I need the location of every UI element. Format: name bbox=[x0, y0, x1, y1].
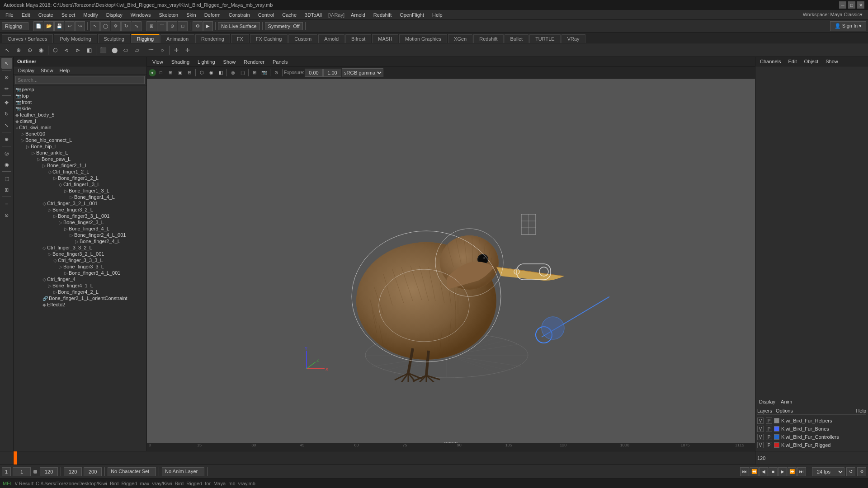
tab-bifrost[interactable]: Bifrost bbox=[345, 34, 371, 43]
sign-in-button[interactable]: 👤 Sign In ▾ bbox=[830, 21, 866, 31]
poly-cylinder-btn[interactable]: ⬭ bbox=[120, 45, 131, 56]
play-forward-button[interactable]: ▶ bbox=[778, 467, 787, 476]
menu-arnold[interactable]: Arnold bbox=[347, 11, 369, 19]
tree-item[interactable]: ◆feather_body_5 bbox=[14, 112, 146, 118]
playback-settings-button[interactable]: ⚙ bbox=[857, 467, 866, 476]
timeline-track[interactable] bbox=[14, 451, 755, 465]
tab-custom[interactable]: Custom bbox=[288, 34, 317, 43]
tree-item[interactable]: ▷Bone_finger3_3_L_001 bbox=[14, 213, 146, 219]
tree-item[interactable]: ▷Bone_hip_l bbox=[14, 143, 146, 150]
vp-view3-btn[interactable]: ▣ bbox=[175, 68, 184, 77]
open-scene-button[interactable]: 📂 bbox=[44, 21, 54, 31]
layer-vis-bones[interactable]: V bbox=[757, 426, 764, 432]
render-button[interactable]: ▶ bbox=[203, 21, 213, 31]
stop-button[interactable]: ■ bbox=[769, 467, 778, 476]
paint-select-btn[interactable]: ⊕ bbox=[13, 45, 24, 56]
menu-deform[interactable]: Deform bbox=[201, 11, 224, 19]
tree-item[interactable]: 🔗Bone_finger2_1_L_orientConstraint bbox=[14, 295, 146, 301]
tree-item[interactable]: 📷side bbox=[14, 105, 146, 112]
tree-item[interactable]: ▷Bone_finger2_3_L bbox=[14, 219, 146, 225]
viewport-canvas[interactable]: X Y Z bbox=[147, 79, 755, 451]
minimize-button[interactable]: ─ bbox=[839, 1, 846, 9]
transform-lt[interactable]: ⊕ bbox=[1, 134, 12, 145]
menu-constrain[interactable]: Constrain bbox=[225, 11, 254, 19]
window-controls[interactable]: ─ □ ✕ bbox=[839, 1, 864, 9]
move-lt[interactable]: ✥ bbox=[1, 97, 12, 108]
vp-flat-btn[interactable]: ◧ bbox=[216, 68, 225, 77]
vp-menu-renderer[interactable]: Renderer bbox=[240, 58, 268, 66]
menu-file[interactable]: File bbox=[2, 11, 17, 19]
layer-vis-rigged[interactable]: V bbox=[757, 442, 764, 448]
vp-wireframe-btn[interactable]: ⬡ bbox=[197, 68, 206, 77]
tab-animation[interactable]: Animation bbox=[160, 34, 194, 43]
nurbs-circle-btn[interactable]: ○ bbox=[157, 45, 168, 56]
layer-name-controllers[interactable]: Kiwi_Bird_Fur_Controllers bbox=[781, 434, 866, 440]
tree-item[interactable]: ▷Bone_finger1_2_L bbox=[14, 175, 146, 181]
outliner-menu-display[interactable]: Display bbox=[15, 67, 37, 74]
tree-item[interactable]: ○Ctrl_kiwi_main bbox=[14, 124, 146, 131]
character-set-dropdown[interactable]: No Character Set bbox=[108, 467, 156, 476]
layer-name-rigged[interactable]: Kiwi_Bird_Fur_Rigged bbox=[781, 442, 866, 448]
tree-item[interactable]: ▷Bone_finger1_3_L bbox=[14, 188, 146, 194]
render-settings-button[interactable]: ⚙ bbox=[193, 21, 203, 31]
nurbs-curve-btn[interactable]: 〜 bbox=[146, 45, 156, 56]
vp-gamma-select[interactable]: sRGB gamma bbox=[342, 68, 383, 77]
tree-item[interactable]: ▷Bone_finger3_2_L_001 bbox=[14, 251, 146, 257]
soft-mod-lt[interactable]: ◎ bbox=[1, 148, 12, 159]
outliner-search-input[interactable] bbox=[15, 76, 145, 84]
snap-curve-button[interactable]: ⌒ bbox=[157, 21, 167, 31]
tree-item[interactable]: 📷top bbox=[14, 93, 146, 99]
frame-input[interactable] bbox=[13, 467, 31, 476]
rp-menu-object[interactable]: Object bbox=[801, 58, 821, 65]
tab-rendering[interactable]: Rendering bbox=[195, 34, 230, 43]
soft-select-btn[interactable]: ◉ bbox=[36, 45, 47, 56]
rp-menu-channels[interactable]: Channels bbox=[757, 58, 783, 65]
layer-p-rigged[interactable]: P bbox=[766, 442, 772, 448]
max-end-input[interactable] bbox=[64, 467, 82, 476]
select-tool-lt[interactable]: ↖ bbox=[1, 58, 12, 69]
vp-menu-lighting[interactable]: Lighting bbox=[194, 58, 219, 66]
tree-item[interactable]: ◆Effecto2 bbox=[14, 301, 146, 308]
snap-grid-button[interactable]: ⊞ bbox=[146, 21, 156, 31]
menu-skin[interactable]: Skin bbox=[183, 11, 199, 19]
workspace-label[interactable]: Workspace: Maya Classic▾ bbox=[803, 12, 866, 18]
fps-selector[interactable]: 24 fps 30 fps 60 fps bbox=[812, 467, 844, 476]
ik-handle-btn[interactable]: ⊲ bbox=[61, 45, 72, 56]
tab-redshift[interactable]: Redshift bbox=[473, 34, 503, 43]
vp-menu-shading[interactable]: Shading bbox=[168, 58, 193, 66]
menu-select[interactable]: Select bbox=[58, 11, 79, 19]
layer-vis-controllers[interactable]: V bbox=[757, 434, 764, 440]
tab-sculpting[interactable]: Sculpting bbox=[98, 34, 130, 43]
outliner-menu-show[interactable]: Show bbox=[38, 67, 56, 74]
timeline-main[interactable] bbox=[14, 451, 755, 465]
vp-gamma-input[interactable] bbox=[323, 69, 341, 77]
undo-button[interactable]: ↩ bbox=[65, 21, 75, 31]
menu-control[interactable]: Control bbox=[255, 11, 278, 19]
snap-point-button[interactable]: ⊙ bbox=[167, 21, 177, 31]
timeline-playhead[interactable] bbox=[14, 451, 17, 465]
tab-curves-surfaces[interactable]: Curves / Surfaces bbox=[2, 34, 53, 43]
tree-item[interactable]: ▷Bone_finger1_4_L bbox=[14, 194, 146, 200]
help-label[interactable]: Help bbox=[856, 408, 866, 413]
snap-lt[interactable]: ⊞ bbox=[1, 184, 12, 195]
layer-p-bones[interactable]: P bbox=[766, 426, 772, 432]
vp-exposure-input[interactable] bbox=[305, 69, 323, 77]
tab-vray[interactable]: VRay bbox=[561, 34, 585, 43]
scale-tool-button[interactable]: ⤡ bbox=[132, 21, 142, 31]
play-back-button[interactable]: ◀ bbox=[759, 467, 768, 476]
poly-sphere-btn[interactable]: ⬤ bbox=[109, 45, 120, 56]
skip-to-end-button[interactable]: ⏭ bbox=[797, 467, 806, 476]
tree-item[interactable]: ▷Bone_finger4_2_L bbox=[14, 289, 146, 295]
joint-tool-btn[interactable]: ⬡ bbox=[50, 45, 61, 56]
tab-fx[interactable]: FX bbox=[231, 34, 249, 43]
layer-p-controllers[interactable]: P bbox=[766, 434, 772, 440]
rp-display-menu[interactable]: Display bbox=[757, 399, 777, 405]
tree-item[interactable]: ◇Ctrl_finger1_2_L bbox=[14, 169, 146, 175]
vp-isolate-btn[interactable]: ⊙ bbox=[272, 68, 281, 77]
vp-menu-view[interactable]: View bbox=[149, 58, 167, 66]
tree-item[interactable]: ▷Bone_finger2_1_L bbox=[14, 162, 146, 169]
vp-camera-btn[interactable]: ● bbox=[149, 69, 156, 76]
poly-cube-btn[interactable]: ⬛ bbox=[98, 45, 108, 56]
annotation-btn[interactable]: ✛ bbox=[182, 45, 193, 56]
menu-3dtoall[interactable]: 3DToAll bbox=[301, 11, 326, 19]
